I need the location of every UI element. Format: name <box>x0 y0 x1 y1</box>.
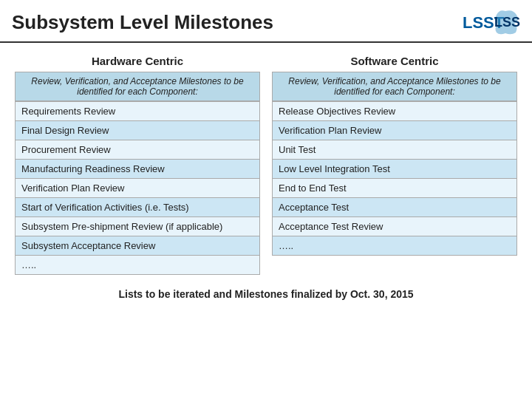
table-row: ….. <box>16 256 260 275</box>
hardware-row-cell: Subsystem Pre-shipment Review (if applic… <box>16 217 260 236</box>
table-row: ….. <box>273 236 517 256</box>
software-row-cell: End to End Test <box>273 179 517 198</box>
software-header-cell: Review, Verification, and Acceptance Mil… <box>273 72 517 101</box>
hardware-row-cell: Start of Verification Activities (i.e. T… <box>16 198 260 217</box>
main-content: Hardware Centric Review, Verification, a… <box>0 43 532 312</box>
hardware-column: Hardware Centric Review, Verification, a… <box>15 55 260 275</box>
hardware-row-cell: Subsystem Acceptance Review <box>16 236 260 256</box>
software-row-cell: Low Level Integration Test <box>273 160 517 179</box>
hardware-row-cell: ….. <box>16 256 260 275</box>
software-row-cell: Verification Plan Review <box>273 121 517 140</box>
table-row: Start of Verification Activities (i.e. T… <box>16 198 260 217</box>
hardware-row-cell: Verification Plan Review <box>16 179 260 198</box>
hardware-row-cell: Requirements Review <box>16 102 260 121</box>
software-row-cell: ….. <box>273 236 517 256</box>
hardware-column-header: Hardware Centric <box>15 55 260 67</box>
hardware-row-cell: Manufacturing Readiness Review <box>16 160 260 179</box>
page-title: Subsystem Level Milestones <box>12 11 273 34</box>
hardware-header-cell: Review, Verification, and Acceptance Mil… <box>16 72 260 101</box>
table-row: Final Design Review <box>16 121 260 140</box>
table-row: Requirements Review <box>16 102 260 121</box>
hardware-row-cell: Final Design Review <box>16 121 260 140</box>
hardware-table: Review, Verification, and Acceptance Mil… <box>15 72 260 101</box>
software-header-row: Review, Verification, and Acceptance Mil… <box>273 72 517 101</box>
table-row: Procurement Review <box>16 140 260 160</box>
hardware-rows-table: Requirements ReviewFinal Design ReviewPr… <box>15 101 260 275</box>
software-rows-table: Release Objectives ReviewVerification Pl… <box>272 101 517 256</box>
software-table: Review, Verification, and Acceptance Mil… <box>272 72 517 101</box>
software-column-header: Software Centric <box>272 55 517 67</box>
software-row-cell: Unit Test <box>273 140 517 160</box>
footer-text: Lists to be iterated and Milestones fina… <box>15 288 517 300</box>
columns-container: Hardware Centric Review, Verification, a… <box>15 55 517 275</box>
table-row: Unit Test <box>273 140 517 160</box>
page-header: Subsystem Level Milestones LSST LSST <box>0 0 532 43</box>
table-row: End to End Test <box>273 179 517 198</box>
table-row: Verification Plan Review <box>273 121 517 140</box>
table-row: Acceptance Test <box>273 198 517 217</box>
table-row: Acceptance Test Review <box>273 217 517 236</box>
table-row: Subsystem Acceptance Review <box>16 236 260 256</box>
table-row: Subsystem Pre-shipment Review (if applic… <box>16 217 260 236</box>
hardware-header-row: Review, Verification, and Acceptance Mil… <box>16 72 260 101</box>
table-row: Release Objectives Review <box>273 102 517 121</box>
table-row: Manufacturing Readiness Review <box>16 160 260 179</box>
software-row-cell: Acceptance Test <box>273 198 517 217</box>
software-column: Software Centric Review, Verification, a… <box>272 55 517 275</box>
software-row-cell: Release Objectives Review <box>273 102 517 121</box>
hardware-row-cell: Procurement Review <box>16 140 260 160</box>
table-row: Verification Plan Review <box>16 179 260 198</box>
software-row-cell: Acceptance Test Review <box>273 217 517 236</box>
table-row: Low Level Integration Test <box>273 160 517 179</box>
lsst-logo: LSST LSST <box>461 7 520 37</box>
svg-text:LSST: LSST <box>494 15 520 30</box>
